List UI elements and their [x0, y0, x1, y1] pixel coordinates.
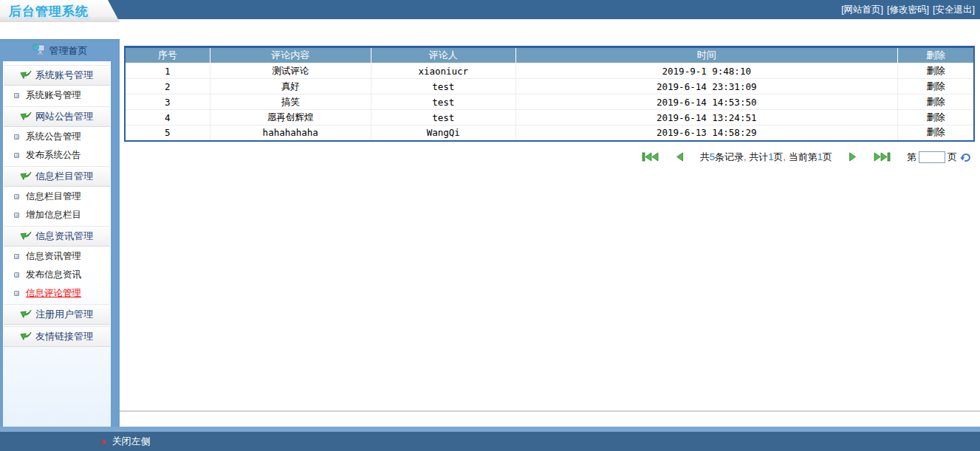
cell-time: 2019-6-14 14:53:50 — [515, 94, 898, 110]
summary-part: 当前第 — [786, 151, 818, 162]
close-left-button[interactable]: 关闭左侧 — [112, 435, 151, 448]
first-page-icon[interactable] — [642, 152, 659, 162]
summary-part: 页 — [774, 151, 784, 162]
app-logo: 后台管理系统 — [0, 0, 120, 22]
summary-part: 5 — [710, 151, 715, 162]
sidebar-home-button[interactable]: 管理首页 — [0, 40, 120, 61]
sidebar-category[interactable]: 网站公告管理 — [4, 106, 110, 127]
square-bullet-icon — [14, 134, 19, 140]
cell-content: 愿再创辉煌 — [210, 110, 371, 125]
sidebar-item[interactable]: 信息资讯管理 — [3, 247, 111, 266]
table-row: 4愿再创辉煌test2019-6-14 13:24:51删除 — [125, 110, 974, 125]
sidebar-item[interactable]: 信息评论管理 — [3, 284, 111, 303]
cell-user: WangQi — [371, 125, 516, 141]
sidebar-category[interactable]: 信息栏目管理 — [4, 166, 110, 187]
next-page-icon[interactable] — [849, 152, 857, 162]
computer-globe-icon — [32, 44, 45, 58]
column-header-time: 时间 — [515, 47, 898, 63]
green-arrow-icon — [20, 309, 32, 321]
sidebar-item[interactable]: 系统公告管理 — [3, 128, 111, 146]
topbar-link-site-home[interactable]: [网站首页] — [841, 4, 883, 16]
summary-part: 1 — [818, 151, 823, 162]
pagination-summary: 共5条记录, 共计1页, 当前第1页 — [700, 151, 832, 164]
close-icon: × — [100, 436, 106, 447]
summary-part: 条记录 — [715, 151, 744, 162]
bottom-strip — [0, 427, 980, 432]
cell-no: 4 — [125, 110, 210, 125]
sidebar-item-label: 信息栏目管理 — [26, 190, 81, 203]
goto-page-input[interactable] — [919, 151, 945, 163]
topbar: 后台管理系统 [网站首页][修改密码][安全退出] — [0, 0, 980, 19]
delete-link[interactable]: 删除 — [898, 125, 975, 141]
go-page-icon[interactable] — [959, 151, 972, 162]
sidebar-item-label: 系统账号管理 — [26, 89, 81, 102]
sidebar-item-label: 发布系统公告 — [26, 149, 81, 162]
sidebar-category[interactable]: 注册用户管理 — [4, 304, 110, 325]
delete-link[interactable]: 删除 — [898, 110, 975, 125]
goto-page-prefix: 第 — [907, 151, 916, 164]
column-header-content: 评论内容 — [210, 47, 371, 63]
cell-time: 2019-6-13 14:58:29 — [515, 125, 898, 141]
table-row: 1测试评论xiaoniucr2019-9-1 9:48:10删除 — [125, 63, 974, 79]
sidebar-category-label: 友情链接管理 — [35, 330, 93, 343]
sidebar-item[interactable]: 发布信息资讯 — [3, 266, 111, 284]
header-spacer — [0, 19, 980, 39]
prev-page-icon[interactable] — [675, 152, 684, 162]
square-bullet-icon — [14, 213, 19, 218]
content-bottom-divider — [120, 410, 980, 412]
column-header-user: 评论人 — [371, 47, 516, 63]
table-row: 2真好test2019-6-14 23:31:09删除 — [125, 79, 974, 94]
table-row: 5hahahahahaWangQi2019-6-13 14:58:29删除 — [125, 125, 974, 141]
square-bullet-icon — [14, 272, 19, 278]
topbar-link-change-password[interactable]: [修改密码] — [887, 4, 929, 16]
summary-part: 页 — [823, 151, 832, 162]
sidebar-item[interactable]: 增加信息栏目 — [3, 206, 111, 224]
square-bullet-icon — [14, 194, 19, 199]
green-arrow-icon — [20, 69, 32, 82]
sidebar-item-label: 系统公告管理 — [26, 131, 81, 143]
sidebar-item[interactable]: 发布系统公告 — [3, 146, 111, 165]
sidebar-item[interactable]: 系统账号管理 — [3, 86, 111, 105]
sidebar-item-label: 增加信息栏目 — [26, 209, 81, 221]
sidebar-category[interactable]: 系统账号管理 — [4, 65, 110, 86]
last-page-icon[interactable] — [874, 152, 891, 162]
cell-time: 2019-6-14 23:31:09 — [515, 79, 898, 94]
cell-content: 真好 — [210, 79, 371, 94]
sidebar-category-label: 信息栏目管理 — [35, 170, 93, 183]
green-arrow-icon — [20, 171, 32, 183]
cell-content: 搞笑 — [210, 94, 371, 110]
sidebar-category-label: 注册用户管理 — [35, 308, 93, 321]
square-bullet-icon — [14, 254, 19, 259]
sidebar-item[interactable]: 信息栏目管理 — [3, 187, 111, 206]
sidebar-category-label: 系统账号管理 — [35, 69, 93, 82]
cell-user: xiaoniucr — [371, 63, 516, 79]
summary-part: 共 — [700, 151, 710, 162]
cell-time: 2019-6-14 13:24:51 — [515, 110, 898, 125]
cell-user: test — [371, 110, 516, 125]
delete-link[interactable]: 删除 — [898, 94, 975, 110]
sidebar-category-label: 信息资讯管理 — [35, 230, 93, 243]
content-area: 序号评论内容评论人时间删除 1测试评论xiaoniucr2019-9-1 9:4… — [120, 39, 980, 427]
bottom-bar: × 关闭左侧 — [0, 432, 980, 451]
delete-link[interactable]: 删除 — [898, 63, 975, 79]
sidebar-item-label: 发布信息资讯 — [26, 269, 81, 281]
cell-no: 2 — [125, 79, 210, 94]
table-header-row: 序号评论内容评论人时间删除 — [125, 47, 974, 63]
sidebar-category[interactable]: 友情链接管理 — [4, 326, 110, 347]
topbar-link-safe-logout[interactable]: [安全退出] — [933, 4, 975, 16]
delete-link[interactable]: 删除 — [898, 79, 975, 94]
cell-no: 5 — [125, 125, 210, 141]
cell-user: test — [371, 79, 516, 94]
goto-page-suffix: 页 — [948, 151, 957, 164]
table-row: 3搞笑test2019-6-14 14:53:50删除 — [125, 94, 974, 110]
sidebar-menu: 系统账号管理系统账号管理网站公告管理系统公告管理发布系统公告信息栏目管理信息栏目… — [3, 61, 111, 427]
column-header-action: 删除 — [898, 47, 975, 63]
topbar-links: [网站首页][修改密码][安全退出] — [841, 0, 975, 19]
cell-time: 2019-9-1 9:48:10 — [515, 63, 898, 79]
cell-content: hahahahaha — [210, 125, 371, 141]
sidebar-category-label: 网站公告管理 — [35, 110, 93, 123]
sidebar-category[interactable]: 信息资讯管理 — [4, 226, 110, 247]
summary-part: 1 — [768, 151, 773, 162]
cell-user: test — [371, 94, 516, 110]
green-arrow-icon — [20, 230, 32, 243]
